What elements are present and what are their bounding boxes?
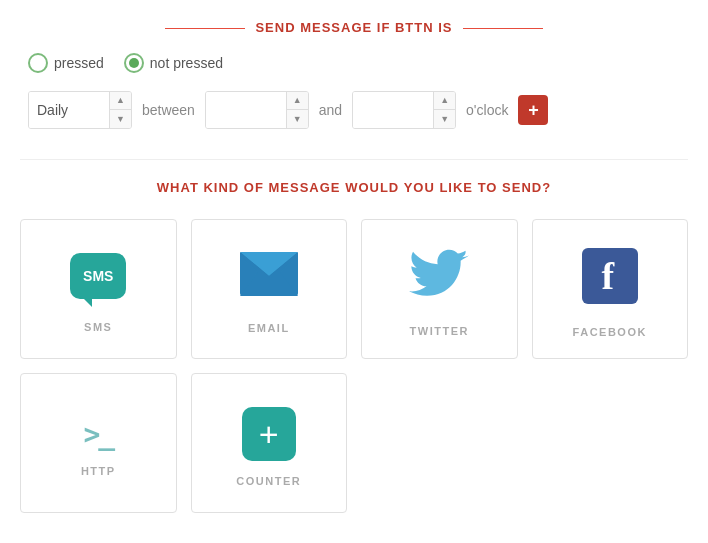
- and-label: and: [319, 102, 342, 118]
- counter-icon: +: [242, 407, 296, 461]
- from-time-down-button[interactable]: ▼: [287, 110, 308, 128]
- message-type-grid-row1: SMS SMS EMAIL TWITTER f FACEBOOK: [20, 219, 688, 359]
- oclock-label: o'clock: [466, 102, 508, 118]
- http-card[interactable]: >_ HTTP: [20, 373, 177, 513]
- section-divider: [20, 159, 688, 160]
- sms-label: SMS: [84, 321, 112, 333]
- add-time-button[interactable]: +: [518, 95, 548, 125]
- to-time-down-button[interactable]: ▼: [434, 110, 455, 128]
- page-title: SEND MESSAGE IF BTTN IS: [20, 20, 688, 35]
- pressed-label: pressed: [54, 55, 104, 71]
- facebook-card[interactable]: f FACEBOOK: [532, 219, 689, 359]
- not-pressed-option[interactable]: not pressed: [124, 53, 223, 73]
- to-time-spinner-buttons: ▲ ▼: [433, 92, 455, 128]
- email-label: EMAIL: [248, 322, 290, 334]
- not-pressed-radio[interactable]: [124, 53, 144, 73]
- button-state-row: pressed not pressed: [20, 53, 688, 73]
- sms-card[interactable]: SMS SMS: [20, 219, 177, 359]
- frequency-spinner[interactable]: ▲ ▼: [28, 91, 132, 129]
- frequency-spinner-buttons: ▲ ▼: [109, 92, 131, 128]
- between-label: between: [142, 102, 195, 118]
- twitter-card[interactable]: TWITTER: [361, 219, 518, 359]
- to-time-input[interactable]: [353, 92, 433, 128]
- message-type-grid-row2: >_ HTTP + COUNTER: [20, 373, 688, 513]
- to-time-spinner[interactable]: ▲ ▼: [352, 91, 456, 129]
- http-icon: >_: [83, 418, 113, 451]
- pressed-option[interactable]: pressed: [28, 53, 104, 73]
- facebook-label: FACEBOOK: [573, 326, 647, 338]
- message-section-title: WHAT KIND OF MESSAGE WOULD YOU LIKE TO S…: [20, 180, 688, 195]
- sms-icon-text: SMS: [83, 268, 113, 284]
- email-icon: [240, 252, 298, 296]
- sms-icon: SMS: [70, 253, 126, 299]
- from-time-spinner-buttons: ▲ ▼: [286, 92, 308, 128]
- from-time-up-button[interactable]: ▲: [287, 92, 308, 110]
- not-pressed-label: not pressed: [150, 55, 223, 71]
- twitter-label: TWITTER: [410, 325, 469, 337]
- frequency-down-button[interactable]: ▼: [110, 110, 131, 128]
- frequency-input[interactable]: [29, 92, 109, 128]
- from-time-input[interactable]: [206, 92, 286, 128]
- http-label: HTTP: [81, 465, 116, 477]
- pressed-radio[interactable]: [28, 53, 48, 73]
- twitter-icon: [409, 249, 469, 299]
- to-time-up-button[interactable]: ▲: [434, 92, 455, 110]
- counter-card[interactable]: + COUNTER: [191, 373, 348, 513]
- email-card[interactable]: EMAIL: [191, 219, 348, 359]
- facebook-icon: f: [582, 248, 638, 304]
- from-time-spinner[interactable]: ▲ ▼: [205, 91, 309, 129]
- frequency-up-button[interactable]: ▲: [110, 92, 131, 110]
- time-filter-row: ▲ ▼ between ▲ ▼ and ▲ ▼ o'clock +: [20, 91, 688, 129]
- counter-label: COUNTER: [236, 475, 301, 487]
